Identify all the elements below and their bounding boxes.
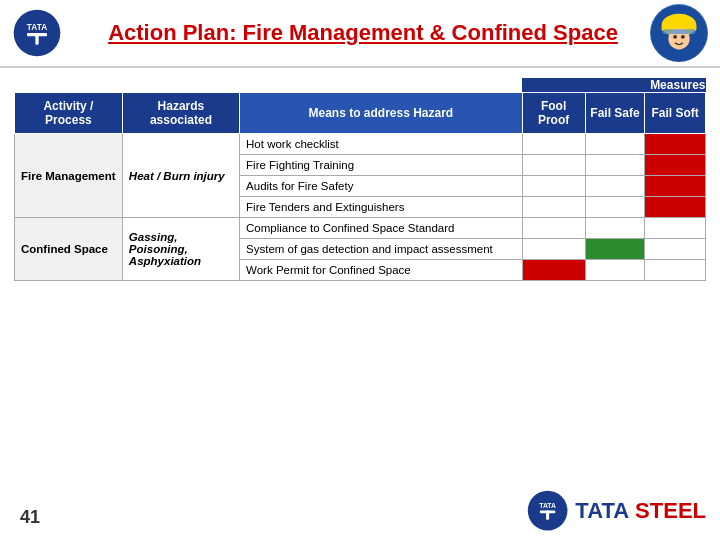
means-cell: Work Permit for Confined Space [240,260,523,281]
table-row: Fire ManagementHeat / Burn injuryHot wor… [15,134,706,155]
failsafe-cell [585,197,645,218]
means-cell: Fire Fighting Training [240,155,523,176]
measures-header-row: Measures [15,78,706,93]
failsoft-cell [645,134,706,155]
page-number: 41 [20,507,40,528]
failsoft-cell [645,176,706,197]
failsoft-cell [645,155,706,176]
col-header-fail-soft: Fail Soft [645,93,706,134]
main-content: Measures Activity / Process Hazards asso… [0,68,720,291]
tata-logo: TATA [12,8,62,58]
svg-point-11 [528,491,568,531]
failsafe-cell [585,260,645,281]
svg-rect-14 [546,511,549,520]
col-header-means: Means to address Hazard [240,93,523,134]
col-header-fool-proof: Fool Proof [522,93,585,134]
footer-logo: TATA TATA STEEL [527,490,706,532]
activity-cell-0: Fire Management [15,134,123,218]
failsoft-cell [645,239,706,260]
page-header: TATA Action Plan: Fire Management & Conf… [0,0,720,68]
failsoft-cell [645,218,706,239]
action-plan-table: Measures Activity / Process Hazards asso… [14,78,706,281]
fool-cell [522,239,585,260]
hazard-cell-1: Gassing, Poisoning, Asphyxiation [122,218,239,281]
hazard-cell-0: Heat / Burn injury [122,134,239,218]
svg-text:TATA: TATA [540,502,557,509]
means-cell: Hot work checklist [240,134,523,155]
tata-footer-logo: TATA [527,490,569,532]
mascot-image [650,4,708,62]
activity-cell-1: Confined Space [15,218,123,281]
fool-cell [522,176,585,197]
column-header-row: Activity / Process Hazards associated Me… [15,93,706,134]
failsafe-cell [585,239,645,260]
col-header-fail-safe: Fail Safe [585,93,645,134]
fool-cell [522,197,585,218]
footer-steel-text: STEEL [635,498,706,524]
col-header-hazards: Hazards associated [122,93,239,134]
means-cell: Compliance to Confined Space Standard [240,218,523,239]
failsafe-cell [585,134,645,155]
means-cell: Audits for Fire Safety [240,176,523,197]
fool-cell [522,260,585,281]
means-cell: System of gas detection and impact asses… [240,239,523,260]
svg-text:TATA: TATA [27,22,47,32]
page-title: Action Plan: Fire Management & Confined … [76,20,650,46]
svg-rect-10 [663,29,696,34]
failsafe-cell [585,176,645,197]
fool-cell [522,155,585,176]
svg-point-8 [673,35,677,39]
failsoft-cell [645,260,706,281]
means-cell: Fire Tenders and Extinguishers [240,197,523,218]
svg-point-9 [681,35,685,39]
failsafe-cell [585,155,645,176]
measures-label: Measures [522,78,705,93]
table-row: Confined SpaceGassing, Poisoning, Asphyx… [15,218,706,239]
fool-cell [522,134,585,155]
fool-cell [522,218,585,239]
col-header-activity: Activity / Process [15,93,123,134]
footer-tata-text: TATA [575,498,629,524]
failsoft-cell [645,197,706,218]
failsafe-cell [585,218,645,239]
svg-rect-3 [35,33,38,45]
